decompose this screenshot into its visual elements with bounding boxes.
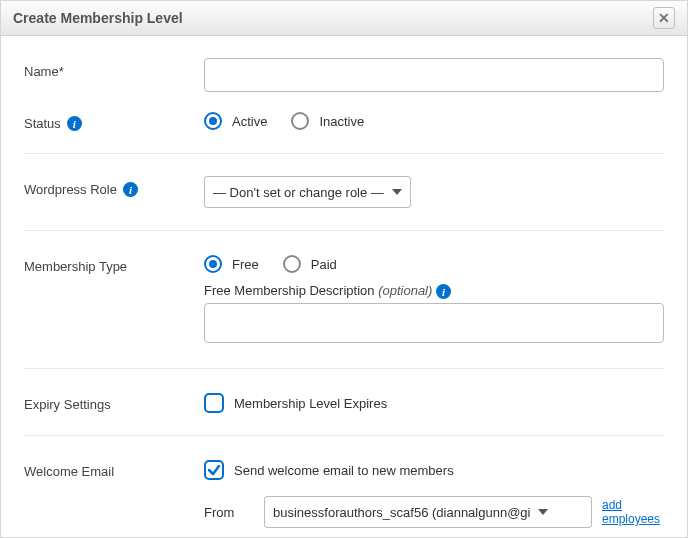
type-free-label: Free [232, 257, 259, 272]
free-desc-textarea[interactable] [204, 303, 664, 343]
name-input[interactable] [204, 58, 664, 92]
status-inactive-radio[interactable] [291, 112, 309, 130]
row-welcome: Welcome Email Send welcome email to new … [24, 458, 664, 536]
name-label: Name* [24, 58, 204, 79]
dialog-titlebar: Create Membership Level ✕ [1, 1, 687, 36]
status-label: Status i [24, 110, 204, 131]
expiry-checkbox-label: Membership Level Expires [234, 396, 387, 411]
welcome-checkbox-label: Send welcome email to new members [234, 463, 454, 478]
info-icon[interactable]: i [67, 116, 82, 131]
free-desc-header: Free Membership Description (optional) i [204, 283, 664, 299]
type-paid-radio[interactable] [283, 255, 301, 273]
close-icon[interactable]: ✕ [653, 7, 675, 29]
info-icon[interactable]: i [436, 284, 451, 299]
chevron-down-icon [392, 189, 402, 195]
membership-type-label: Membership Type [24, 253, 204, 274]
status-active-label: Active [232, 114, 267, 129]
wp-role-select[interactable]: — Don't set or change role — [204, 176, 411, 208]
dialog-body[interactable]: Name* Status i Active Inactive [2, 36, 686, 536]
welcome-checkbox[interactable] [204, 460, 224, 480]
expiry-checkbox[interactable] [204, 393, 224, 413]
dialog-title: Create Membership Level [13, 10, 183, 26]
row-expiry: Expiry Settings Membership Level Expires [24, 391, 664, 436]
info-icon[interactable]: i [123, 182, 138, 197]
row-membership-type: Membership Type Free Paid Free Membershi… [24, 253, 664, 369]
from-label: From [204, 505, 254, 520]
type-free-radio[interactable] [204, 255, 222, 273]
row-name: Name* [24, 58, 664, 92]
row-wp-role: Wordpress Role i — Don't set or change r… [24, 176, 664, 231]
add-employees-link[interactable]: add employees [602, 498, 664, 526]
status-active-radio[interactable] [204, 112, 222, 130]
type-paid-label: Paid [311, 257, 337, 272]
row-status: Status i Active Inactive [24, 110, 664, 154]
welcome-label: Welcome Email [24, 458, 204, 479]
expiry-label: Expiry Settings [24, 391, 204, 412]
chevron-down-icon [538, 509, 548, 515]
status-inactive-label: Inactive [319, 114, 364, 129]
from-select[interactable]: businessforauthors_scaf56 (diannalgunn@g… [264, 496, 592, 528]
wp-role-label: Wordpress Role i [24, 176, 204, 197]
create-membership-dialog: Create Membership Level ✕ Name* Status i… [0, 0, 688, 538]
